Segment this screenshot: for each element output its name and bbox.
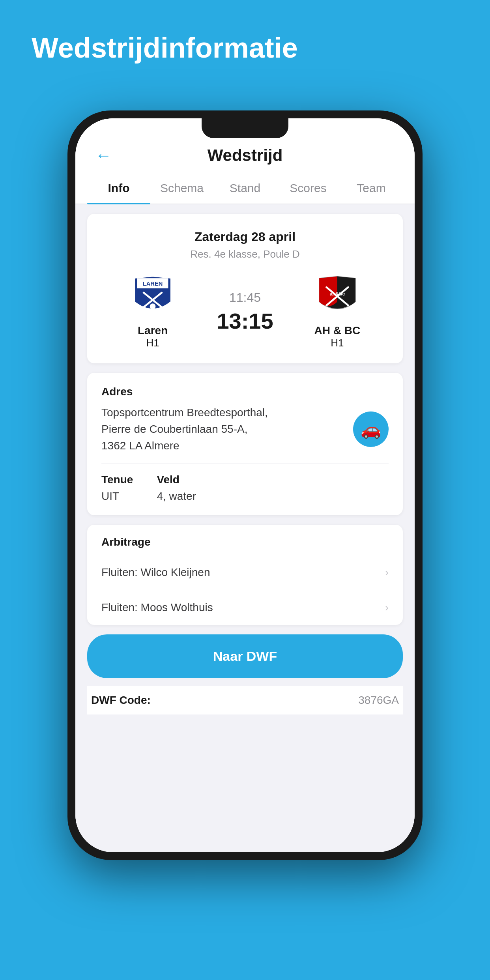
- match-card: Zaterdag 28 april Res. 4e klasse, Poule …: [87, 214, 403, 363]
- home-team-name: Laren H1: [138, 324, 168, 349]
- svg-text:ah&bc: ah&bc: [329, 291, 345, 297]
- dwf-button-label: Naar DWF: [213, 649, 277, 664]
- back-button[interactable]: ←: [95, 146, 112, 165]
- home-team: LAREN Laren H1: [109, 275, 196, 349]
- match-date: Zaterdag 28 april: [99, 230, 391, 244]
- svg-point-4: [150, 303, 156, 309]
- screen-content: ← Wedstrijd Info Schema Stand Scores Te: [75, 118, 415, 852]
- away-team-name: AH & BC H1: [314, 324, 361, 349]
- chevron-right-icon-1: ›: [385, 566, 389, 579]
- dwf-code-row: DWF Code: 3876GA: [87, 686, 403, 714]
- veld-label: Veld: [157, 473, 196, 486]
- screen-title: Wedstrijd: [208, 146, 283, 165]
- phone-shell: ← Wedstrijd Info Schema Stand Scores Te: [67, 110, 423, 860]
- referee-row-1[interactable]: Fluiten: Wilco Kleijnen ›: [87, 555, 403, 590]
- dwf-code-label: DWF Code:: [91, 694, 151, 707]
- page-background-title: Wedstrijdinformatie: [0, 0, 490, 80]
- tab-team[interactable]: Team: [340, 173, 403, 204]
- dwf-code-value: 3876GA: [358, 694, 399, 707]
- chevron-right-icon-2: ›: [385, 601, 389, 614]
- divider: [101, 464, 389, 464]
- away-team: ah&bc AH & BC H1: [294, 275, 381, 349]
- match-score: 13:15: [217, 308, 273, 334]
- car-icon: 🚗: [361, 420, 381, 439]
- address-row: Topsportcentrum Breedtesporthal, Pierre …: [101, 404, 389, 454]
- ahbc-logo: ah&bc: [316, 275, 359, 318]
- tab-bar: Info Schema Stand Scores Team: [75, 173, 415, 204]
- tenue-label: Tenue: [101, 473, 133, 486]
- phone-screen: ← Wedstrijd Info Schema Stand Scores Te: [75, 118, 415, 852]
- referee-row-2[interactable]: Fluiten: Moos Wolthuis ›: [87, 590, 403, 625]
- referee-1-name: Fluiten: Wilco Kleijnen: [101, 566, 210, 579]
- tenue-value: UIT: [101, 490, 133, 503]
- veld-value: 4, water: [157, 490, 196, 503]
- referee-2-name: Fluiten: Moos Wolthuis: [101, 601, 213, 614]
- tab-schema[interactable]: Schema: [150, 173, 213, 204]
- arbitrage-section: Arbitrage Fluiten: Wilco Kleijnen › Flui…: [87, 525, 403, 625]
- address-text: Topsportcentrum Breedtesporthal, Pierre …: [101, 404, 268, 454]
- match-competition: Res. 4e klasse, Poule D: [99, 248, 391, 260]
- tenue-item: Tenue UIT: [101, 473, 133, 503]
- phone-notch: [202, 118, 288, 138]
- tab-scores[interactable]: Scores: [277, 173, 340, 204]
- match-time: 11:45: [229, 290, 261, 305]
- tab-info[interactable]: Info: [87, 173, 150, 204]
- navigate-button[interactable]: 🚗: [353, 411, 389, 447]
- address-label: Adres: [101, 385, 389, 398]
- tenue-veld-row: Tenue UIT Veld 4, water: [101, 473, 389, 503]
- laren-logo: LAREN: [131, 275, 174, 318]
- score-area: 11:45 13:15: [217, 290, 273, 334]
- arbitrage-label: Arbitrage: [87, 525, 403, 555]
- svg-text:LAREN: LAREN: [143, 281, 163, 287]
- address-section: Adres Topsportcentrum Breedtesporthal, P…: [87, 373, 403, 515]
- tab-stand[interactable]: Stand: [213, 173, 277, 204]
- dwf-button[interactable]: Naar DWF: [87, 634, 403, 678]
- scroll-content[interactable]: Zaterdag 28 april Res. 4e klasse, Poule …: [75, 204, 415, 852]
- match-teams: LAREN Laren H1: [99, 275, 391, 349]
- veld-item: Veld 4, water: [157, 473, 196, 503]
